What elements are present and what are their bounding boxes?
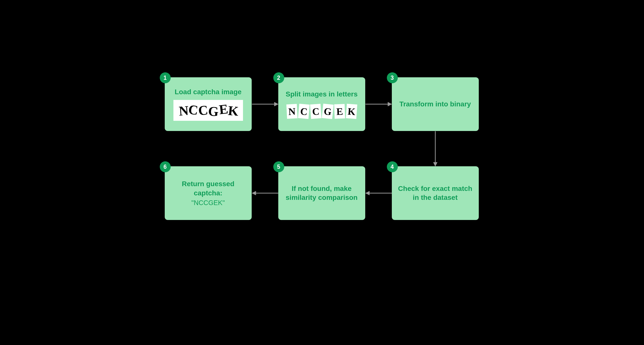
step-6-result: "NCCGEK" (191, 199, 225, 207)
step-4-box: 4 Check for exact match in the dataset (392, 166, 479, 220)
step-1-box: 1 Load captcha image N C C G E K (165, 77, 252, 131)
svg-marker-8 (274, 102, 278, 106)
step-2-box: 2 Split images in letters N C C G E K (278, 77, 365, 131)
split-letter: N (286, 104, 298, 119)
arrow-2-to-3 (366, 100, 392, 108)
diagram-canvas: 1 Load captcha image N C C G E K 2 Split… (129, 68, 515, 277)
split-letter: C (298, 104, 310, 119)
step-4-title: Check for exact match in the dataset (397, 184, 474, 202)
step-5-title: If not found, make similarity comparison (283, 184, 360, 202)
step-5-box: 5 If not found, make similarity comparis… (278, 166, 365, 220)
arrow-4-to-5 (366, 189, 392, 197)
step-2-badge: 2 (273, 72, 284, 83)
svg-marker-16 (252, 191, 256, 195)
split-letter: K (346, 104, 357, 119)
split-letter: G (322, 104, 334, 119)
split-letters-row: N C C G E K (287, 104, 357, 119)
svg-marker-12 (433, 162, 437, 166)
arrow-3-to-4 (431, 131, 439, 166)
step-6-badge: 6 (160, 161, 171, 172)
arrow-1-to-2 (252, 100, 278, 108)
split-letter: E (334, 104, 345, 119)
step-2-title: Split images in letters (286, 90, 358, 99)
step-3-box: 3 Transform into binary (392, 77, 479, 131)
step-6-box: 6 Return guessed captcha: "NCCGEK" (165, 166, 252, 220)
svg-text:C: C (198, 102, 208, 118)
step-3-badge: 3 (387, 72, 398, 83)
step-4-badge: 4 (387, 161, 398, 172)
svg-marker-10 (388, 102, 392, 106)
step-3-title: Transform into binary (400, 100, 471, 109)
split-letter: C (310, 104, 322, 119)
svg-text:G: G (208, 104, 219, 119)
arrow-5-to-6 (252, 189, 278, 197)
svg-text:K: K (227, 103, 239, 119)
step-5-badge: 5 (273, 161, 284, 172)
step-1-title: Load captcha image (175, 88, 242, 96)
svg-text:E: E (218, 101, 228, 117)
svg-marker-14 (366, 191, 370, 195)
svg-text:C: C (188, 102, 199, 118)
step-1-badge: 1 (160, 72, 171, 83)
captcha-image: N C C G E K (174, 100, 243, 121)
step-6-title: Return guessed captcha: (170, 179, 247, 198)
